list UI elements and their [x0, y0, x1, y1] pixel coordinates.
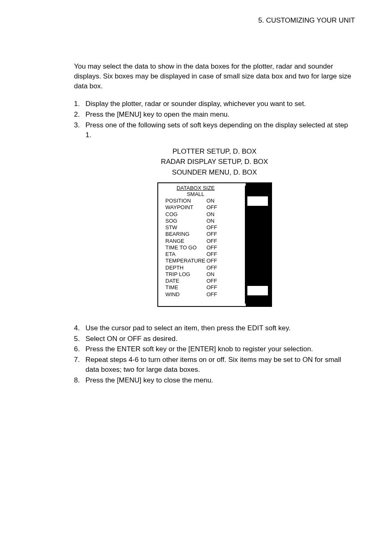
- item-label: SOG: [166, 218, 207, 224]
- step-num: 8.: [74, 375, 85, 385]
- item-label: DATE: [166, 278, 207, 284]
- softkey-panel: [246, 183, 271, 306]
- item-value: OFF: [207, 278, 246, 284]
- page-header: 5. CUSTOMIZING YOUR UNIT: [74, 16, 355, 25]
- setup-line-2: RADAR DISPLAY SETUP, D. BOX: [74, 157, 355, 167]
- step-text: Use the cursor pad to select an item, th…: [85, 323, 355, 333]
- step-num: 7.: [74, 355, 85, 375]
- databox-size: SMALL: [158, 191, 246, 197]
- step-text: Repeat steps 4-6 to turn other items on …: [85, 355, 355, 375]
- step-num: 3.: [74, 120, 85, 140]
- step-num: 4.: [74, 323, 85, 333]
- item-label: TEMPERATURE: [166, 258, 207, 264]
- steps-list-1: 1.Display the plotter, radar or sounder …: [74, 99, 355, 140]
- item-label: ETA: [166, 251, 207, 258]
- step-num: 6.: [74, 344, 85, 354]
- item-label: DEPTH: [166, 265, 207, 271]
- step-num: 5.: [74, 334, 85, 344]
- item-label: WIND: [166, 291, 207, 298]
- step-num: 2.: [74, 110, 85, 120]
- item-label: COG: [166, 211, 207, 218]
- step-num: 1.: [74, 99, 85, 109]
- item-value: OFF: [207, 238, 246, 244]
- item-value: ON: [207, 271, 246, 278]
- item-value: OFF: [207, 204, 246, 211]
- step-text: Select ON or OFF as desired.: [85, 334, 355, 344]
- softkey-top[interactable]: [247, 196, 269, 207]
- item-label: TIME TO GO: [166, 244, 207, 251]
- item-value: OFF: [207, 258, 246, 264]
- setup-line-3: SOUNDER MENU, D. BOX: [74, 167, 355, 178]
- item-label: POSITION: [166, 198, 207, 204]
- item-value: OFF: [207, 251, 246, 258]
- item-value: ON: [207, 198, 246, 204]
- databox-screen: DATABOX SIZE SMALL POSITIONON WAYPOINTOF…: [157, 182, 272, 307]
- databox-items: POSITIONON WAYPOINTOFF COGON SOGON STWOF…: [158, 198, 246, 298]
- item-value: ON: [207, 218, 246, 224]
- item-value: OFF: [207, 265, 246, 271]
- steps-list-2: 4.Use the cursor pad to select an item, …: [74, 323, 355, 385]
- step-text: Press the [MENU] key to open the main me…: [85, 110, 355, 120]
- item-label: BEARING: [166, 231, 207, 237]
- item-value: OFF: [207, 284, 246, 291]
- item-label: WAYPOINT: [166, 204, 207, 211]
- softkey-bottom[interactable]: [247, 285, 269, 296]
- item-value: OFF: [207, 291, 246, 298]
- item-label: TRIP LOG: [166, 271, 207, 278]
- item-label: TIME: [166, 284, 207, 291]
- intro-text: You may select the data to show in the d…: [74, 62, 355, 91]
- setup-line-1: PLOTTER SETUP, D. BOX: [74, 146, 355, 157]
- item-label: STW: [166, 224, 207, 231]
- databox-title: DATABOX SIZE: [158, 185, 246, 191]
- step-text: Press the [MENU] key to close the menu.: [85, 375, 355, 385]
- item-value: ON: [207, 211, 246, 218]
- setup-lines: PLOTTER SETUP, D. BOX RADAR DISPLAY SETU…: [74, 146, 355, 178]
- item-value: OFF: [207, 231, 246, 237]
- step-text: Press one of the following sets of soft …: [85, 120, 355, 140]
- item-value: OFF: [207, 224, 246, 231]
- step-text: Press the ENTER soft key or the [ENTER] …: [85, 344, 355, 354]
- item-label: RANGE: [166, 238, 207, 244]
- item-value: OFF: [207, 244, 246, 251]
- step-text: Display the plotter, radar or sounder di…: [85, 99, 355, 109]
